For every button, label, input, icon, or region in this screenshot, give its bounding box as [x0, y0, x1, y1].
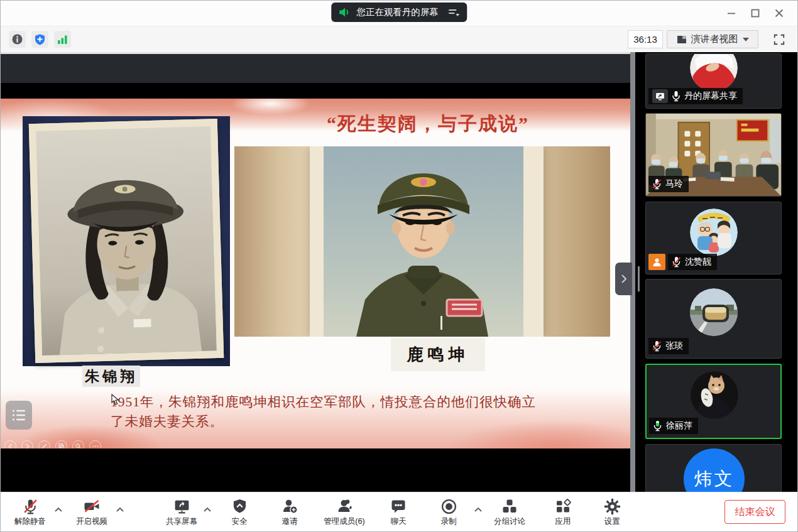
shared-screen-letterbox-gray [1, 54, 630, 83]
participant-label: 张琰 [648, 338, 689, 354]
microphone-speaking-icon [653, 420, 662, 432]
notification-text: 您正在观看丹的屏幕 [356, 6, 439, 18]
start-video-label: 开启视频 [57, 516, 126, 527]
notification-menu-button[interactable] [447, 7, 461, 18]
sidebar-collapse-button[interactable] [615, 263, 632, 295]
view-mode-label: 演讲者视图 [691, 33, 738, 45]
breakout-rooms-icon [501, 498, 518, 514]
settings-gear-icon [604, 498, 621, 515]
fullscreen-icon [773, 33, 785, 46]
apps-icon [555, 498, 571, 514]
meeting-stage: “死生契阔，与子成说” [1, 52, 798, 492]
view-mode-button[interactable]: 演讲者视图 [667, 30, 758, 48]
camera-off-icon [83, 498, 101, 514]
photo-left-paper [29, 119, 224, 363]
meeting-info-button[interactable] [9, 31, 26, 48]
video-options-chevron[interactable] [115, 505, 125, 514]
pen-icon [38, 440, 50, 448]
share-screen-icon [173, 498, 190, 515]
photo-left-frame [23, 116, 230, 366]
participant-label: 徐丽萍 [649, 418, 698, 434]
meeting-topbar: 36:13 演讲者视图 [1, 26, 797, 52]
caption-right-photo: 鹿鸣坤 [391, 338, 485, 371]
network-stats-button[interactable] [54, 31, 71, 48]
participant-tile-zhangyan[interactable]: 张琰 [645, 279, 782, 359]
info-icon [12, 34, 23, 45]
encryption-button[interactable] [31, 31, 48, 48]
orange-user-badge-icon [648, 254, 665, 270]
settings-button[interactable]: 设置 [577, 496, 647, 527]
shared-screen-letterbox-black [1, 83, 630, 99]
photo-right-paper [310, 146, 544, 337]
microphone-muted-icon [652, 178, 662, 190]
close-icon [775, 9, 784, 18]
participant-tile-dan[interactable]: 丹的屏幕共享 [645, 53, 782, 109]
slides-icon [55, 440, 67, 448]
sidebar-drag-handle[interactable] [633, 266, 640, 291]
timer-text: 36:13 [633, 34, 657, 45]
meeting-controls-bar: 解除静音 开启视频 [1, 492, 798, 532]
chat-bubble-icon [390, 498, 407, 514]
end-meeting-label: 结束会议 [735, 506, 775, 519]
avatar-initials: 炜文 [684, 448, 745, 492]
list-icon [12, 409, 26, 421]
presentation-controls [4, 440, 101, 448]
screen-watch-notification: 您正在观看丹的屏幕 [331, 3, 467, 22]
avatar [690, 53, 738, 92]
participant-name: 沈赞靓 [685, 256, 711, 268]
unmute-label: 解除静音 [0, 516, 65, 527]
next-slide-icon [21, 440, 33, 448]
menu-lines-icon [448, 8, 459, 17]
security-shield-icon [232, 498, 248, 514]
photo-right-frame [234, 146, 610, 337]
prev-slide-icon [4, 440, 16, 448]
meeting-timer: 36:13 [628, 30, 663, 48]
record-label: 录制 [414, 516, 483, 527]
participant-label: 马玲 [648, 176, 689, 192]
invite-person-add-icon [281, 498, 298, 514]
microphone-muted-icon [652, 340, 662, 352]
mouse-cursor-icon [111, 394, 119, 408]
microphone-muted-icon [22, 498, 39, 515]
security-shield-icon [35, 34, 45, 45]
maximize-icon [751, 9, 760, 18]
photo-left-portrait [36, 126, 217, 356]
participant-tile-weiwen[interactable]: 炜文 [645, 444, 782, 492]
participant-tile-maling[interactable]: 马玲 [645, 113, 782, 197]
participant-label: 丹的屏幕共享 [648, 88, 743, 104]
speaker-view-icon [677, 35, 687, 44]
fullscreen-button[interactable] [770, 31, 789, 48]
participants-sidebar: 丹的屏幕共享 [635, 52, 798, 492]
slide-panel-toggle [6, 401, 32, 430]
settings-label: 设置 [577, 516, 647, 527]
close-button[interactable] [767, 1, 791, 26]
participants-icon [336, 498, 353, 514]
meeting-window: 您正在观看丹的屏幕 [0, 0, 798, 532]
avatar [691, 371, 738, 419]
shared-screen-area: “死生契阔，与子成说” [1, 52, 635, 492]
minimize-icon [727, 9, 736, 18]
maximize-button[interactable] [743, 1, 767, 26]
screen-share-icon [652, 89, 668, 103]
avatar [690, 288, 738, 336]
magnifier-icon [72, 440, 84, 448]
photo-right-portrait [324, 146, 523, 337]
slide-body-text: 1951年，朱锦翔和鹿鸣坤相识在空军部队，情投意合的他们很快确立了未婚夫妻关系。 [111, 393, 549, 432]
participant-tile-shenzanliang[interactable]: 沈赞靓 [645, 202, 782, 274]
titlebar: 您正在观看丹的屏幕 [1, 1, 797, 26]
microphone-muted-icon [672, 256, 681, 268]
microphone-on-icon [672, 90, 680, 102]
end-meeting-button[interactable]: 结束会议 [724, 500, 785, 524]
caption-left-photo: 朱锦翔 [82, 366, 140, 387]
slide-title: “死生契阔，与子成说” [241, 111, 615, 137]
chevron-down-icon [743, 38, 749, 41]
shared-screen-letterbox-bottom [1, 448, 630, 492]
speaker-icon [339, 7, 351, 18]
more-options-icon [89, 440, 101, 448]
minimize-button[interactable] [719, 1, 743, 26]
window-controls [719, 1, 791, 26]
record-icon [440, 498, 457, 515]
participant-name: 徐丽萍 [666, 420, 692, 432]
participant-tile-xuliping[interactable]: 徐丽萍 [645, 364, 782, 439]
participant-name: 马玲 [665, 178, 683, 190]
